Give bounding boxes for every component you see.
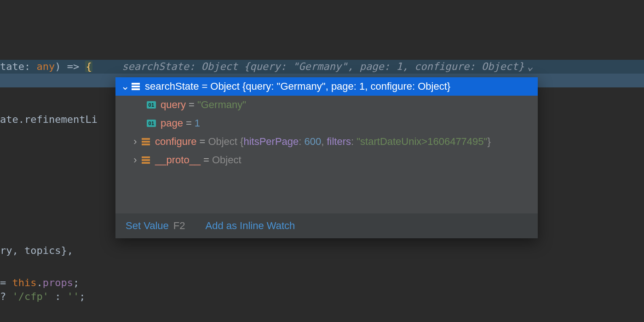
inline-debug-hint[interactable]: searchState: Object {query: "Germany", p… [122, 61, 533, 72]
code-punc: ; [79, 291, 85, 302]
object-icon [141, 155, 150, 165]
code-string: '/cfp' [12, 291, 49, 302]
var-value-number: 1 [195, 117, 200, 129]
add-inline-watch-action[interactable]: Add as Inline Watch [205, 220, 295, 232]
tree-row-root[interactable]: ⌄ searchState = Object {query: "Germany"… [115, 77, 538, 96]
object-icon [131, 82, 140, 91]
code-property: props [43, 277, 73, 288]
code-string: '' [67, 291, 80, 302]
inline-hint-text: searchState: Object {query: "Germany", p… [122, 61, 524, 72]
chevron-right-icon[interactable]: › [131, 136, 139, 148]
code-line: = this.props; [0, 276, 644, 290]
code-identifier: topics [24, 245, 61, 256]
object-icon [141, 137, 150, 146]
action-label: Set Value [126, 220, 169, 231]
code-punc: ? [0, 291, 12, 302]
code-punc: : [24, 61, 37, 72]
var-name: searchState [145, 80, 199, 92]
code-keyword-this: this [12, 277, 37, 288]
code-punc: . [36, 277, 42, 288]
var-summary: Object {query: "Germany", page: 1, confi… [210, 80, 450, 92]
equals-sign: = [186, 99, 197, 111]
tree-row-proto[interactable]: › __proto__ = Object [115, 151, 538, 169]
code-brace-highlight: { [85, 61, 92, 72]
var-name: query [161, 99, 186, 111]
chevron-down-icon[interactable]: ⌄ [121, 80, 129, 92]
var-value-object: Object [212, 154, 242, 166]
popup-footer: Set ValueF2 Add as Inline Watch [115, 213, 538, 238]
code-editor[interactable]: tate: any) => { searchState: Object {que… [0, 0, 644, 322]
code-line: ry, topics}, [0, 244, 644, 258]
equals-sign: = [199, 80, 210, 92]
chevron-right-icon[interactable]: › [131, 154, 139, 166]
primitive-icon: 01 [147, 100, 156, 109]
code-punc: : [49, 291, 67, 302]
code-identifier: ate.refinementLi [0, 114, 98, 125]
code-line: ? '/cfp' : ''; [0, 290, 644, 304]
tree-row-property[interactable]: › configure = Object {hitsPerPage: 600, … [115, 132, 538, 151]
equals-sign: = [183, 117, 195, 129]
code-punc: ; [73, 277, 79, 288]
code-type: any [36, 61, 55, 72]
var-name: page [161, 117, 183, 129]
code-identifier: ry [0, 245, 12, 256]
tree-row-property[interactable]: 01 query = "Germany" [115, 96, 538, 114]
chevron-down-icon: ⌄ [527, 61, 533, 72]
code-punc: = [0, 277, 12, 288]
code-punc: ) [55, 61, 61, 72]
var-value-string: "Germany" [197, 99, 246, 111]
equals-sign: = [197, 136, 208, 148]
tree-row-property[interactable]: 01 page = 1 [115, 114, 538, 132]
code-identifier: tate [0, 61, 24, 72]
code-line: tate: any) => { searchState: Object {que… [0, 60, 644, 74]
code-arrow: => [61, 61, 85, 72]
code-punc: }, [61, 245, 73, 256]
var-name: __proto__ [155, 154, 201, 166]
var-name: configure [155, 136, 197, 148]
set-value-action[interactable]: Set ValueF2 [126, 220, 185, 232]
code-punc: , [12, 245, 25, 256]
debug-variable-tree[interactable]: ⌄ searchState = Object {query: "Germany"… [115, 77, 538, 213]
keyboard-shortcut: F2 [173, 220, 185, 231]
var-summary: Object {hitsPerPage: 600, filters: "star… [208, 136, 490, 148]
debug-evaluate-popup: ⌄ searchState = Object {query: "Germany"… [115, 77, 538, 238]
equals-sign: = [201, 154, 212, 166]
primitive-icon: 01 [147, 119, 156, 128]
